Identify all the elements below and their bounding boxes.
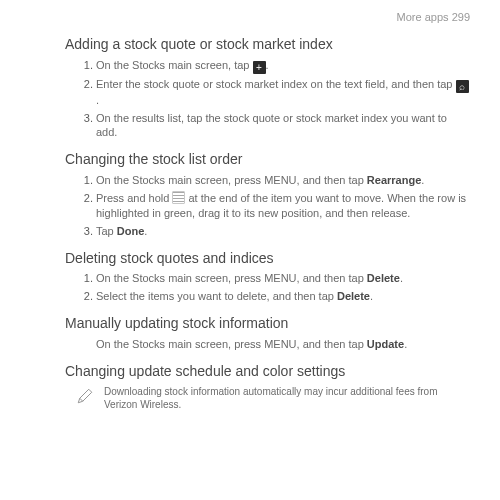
bold-text: Rearrange xyxy=(367,174,421,186)
step-text: . xyxy=(400,272,403,284)
step-text: Press and hold xyxy=(96,192,172,204)
header-section: More apps xyxy=(397,11,449,23)
bold-text: Delete xyxy=(367,272,400,284)
drag-handle-icon xyxy=(172,191,185,204)
step-text: . xyxy=(421,174,424,186)
step: On the results list, tap the stock quote… xyxy=(96,111,470,141)
page-header: More apps 299 xyxy=(30,10,470,25)
step: On the Stocks main screen, press MENU, a… xyxy=(96,173,470,188)
pencil-icon xyxy=(76,385,94,407)
step: Select the items you want to delete, and… xyxy=(96,289,470,304)
header-page: 299 xyxy=(452,11,470,23)
section-title-manual-update: Manually updating stock information xyxy=(65,314,470,333)
step-text: On the Stocks main screen, press MENU, a… xyxy=(96,174,367,186)
steps-delete: On the Stocks main screen, press MENU, a… xyxy=(96,271,470,304)
step-text: . xyxy=(404,338,407,350)
step: Tap Done. xyxy=(96,224,470,239)
step-text: On the Stocks main screen, tap xyxy=(96,59,253,71)
bold-text: Done xyxy=(117,225,145,237)
step: Enter the stock quote or stock market in… xyxy=(96,77,470,108)
step: Press and hold at the end of the item yo… xyxy=(96,191,470,221)
step-text: On the Stocks main screen, press MENU, a… xyxy=(96,272,367,284)
step-text: . xyxy=(370,290,373,302)
section-title-add-stock: Adding a stock quote or stock market ind… xyxy=(65,35,470,54)
step: On the Stocks main screen, press MENU, a… xyxy=(96,271,470,286)
step: On the Stocks main screen, tap +. xyxy=(96,58,470,74)
plus-icon: + xyxy=(253,61,266,74)
bold-text: Delete xyxy=(337,290,370,302)
section-title-change-order: Changing the stock list order xyxy=(65,150,470,169)
search-icon: ⌕ xyxy=(456,80,469,93)
note-text: Downloading stock information automatica… xyxy=(104,385,470,412)
step-text: On the results list, tap the stock quote… xyxy=(96,112,447,139)
section-title-update-schedule: Changing update schedule and color setti… xyxy=(65,362,470,381)
step-text: On the Stocks main screen, press MENU, a… xyxy=(96,338,367,350)
note-row: Downloading stock information automatica… xyxy=(76,385,470,412)
step-text: Tap xyxy=(96,225,117,237)
steps-add-stock: On the Stocks main screen, tap +. Enter … xyxy=(96,58,470,141)
steps-change-order: On the Stocks main screen, press MENU, a… xyxy=(96,173,470,238)
step: On the Stocks main screen, press MENU, a… xyxy=(96,337,470,352)
step-text: . xyxy=(144,225,147,237)
step-text: Select the items you want to delete, and… xyxy=(96,290,337,302)
bold-text: Update xyxy=(367,338,404,350)
step-text: Enter the stock quote or stock market in… xyxy=(96,78,456,90)
manual-page: More apps 299 Adding a stock quote or st… xyxy=(0,0,500,412)
section-title-delete: Deleting stock quotes and indices xyxy=(65,249,470,268)
